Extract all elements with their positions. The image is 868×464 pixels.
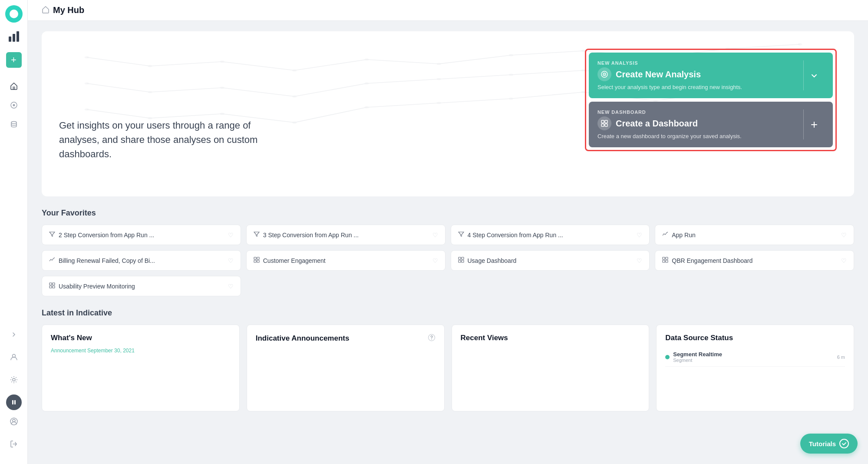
list-item[interactable]: QBR Engagement Dashboard ♡ <box>655 250 854 271</box>
heart-icon[interactable]: ♡ <box>228 257 234 264</box>
svg-rect-0 <box>9 36 11 42</box>
svg-point-12 <box>13 419 15 422</box>
svg-rect-55 <box>254 260 256 262</box>
create-analysis-card[interactable]: NEW ANALYSIS Create New Analysis <box>589 53 833 98</box>
create-analysis-title-row: Create New Analysis <box>597 67 742 81</box>
funnel-icon <box>458 231 464 239</box>
trend-icon <box>49 257 55 264</box>
list-item[interactable]: 4 Step Conversion from App Run ... ♡ <box>451 225 650 245</box>
svg-rect-1 <box>13 34 15 42</box>
svg-rect-53 <box>254 257 256 259</box>
svg-rect-59 <box>459 260 461 262</box>
svg-rect-9 <box>12 400 13 404</box>
sidebar-item-logout[interactable] <box>6 436 22 452</box>
svg-rect-50 <box>605 120 607 123</box>
sidebar-item-profile[interactable] <box>6 414 22 429</box>
svg-rect-49 <box>601 120 604 123</box>
hero-section: Get insights on your users through a ran… <box>42 31 854 196</box>
svg-rect-10 <box>14 400 16 404</box>
page-title: My Hub <box>53 5 84 15</box>
announcements-title: Indicative Announcements <box>256 334 350 343</box>
main-content: My Hub Ge <box>28 0 868 464</box>
svg-rect-68 <box>53 286 55 288</box>
hero-description: Get insights on your users through a ran… <box>59 49 285 161</box>
page-header: My Hub <box>28 0 868 21</box>
data-source-status-card: Data Source Status Segment Realtime Segm… <box>656 325 854 411</box>
sidebar-item-explore[interactable] <box>6 97 22 113</box>
list-item[interactable]: Customer Engagement ♡ <box>246 250 446 271</box>
create-analysis-left: NEW ANALYSIS Create New Analysis <box>597 60 742 90</box>
sidebar-pause-button[interactable] <box>6 394 22 410</box>
heart-icon[interactable]: ♡ <box>228 232 234 239</box>
svg-rect-56 <box>257 260 259 262</box>
whats-new-title: What's New <box>51 334 231 342</box>
funnel-icon <box>49 231 55 239</box>
list-item[interactable]: 2 Step Conversion from App Run ... ♡ <box>42 225 241 245</box>
sidebar-item-settings[interactable] <box>6 372 22 388</box>
svg-rect-3 <box>13 86 15 89</box>
dashboard-icon <box>254 257 260 264</box>
action-cards-highlight: NEW ANALYSIS Create New Analysis <box>585 49 837 151</box>
svg-rect-60 <box>462 260 464 262</box>
list-item[interactable]: Usage Dashboard ♡ <box>451 250 650 271</box>
create-dashboard-card[interactable]: NEW DASHBOARD Create a Dashboard <box>589 102 833 147</box>
svg-rect-51 <box>601 124 604 126</box>
heart-icon[interactable]: ♡ <box>637 232 642 239</box>
favorites-section: Your Favorites 2 Step Conversion from Ap… <box>42 209 854 296</box>
announcements-header: Indicative Announcements <box>256 334 436 343</box>
brand-icon <box>7 30 21 43</box>
create-dashboard-add-button[interactable] <box>803 109 824 139</box>
help-icon[interactable] <box>428 334 436 343</box>
sidebar-item-home[interactable] <box>6 78 22 94</box>
heart-icon[interactable]: ♡ <box>432 257 438 264</box>
list-item[interactable]: 3 Step Conversion from App Run ... ♡ <box>246 225 446 245</box>
heart-icon[interactable]: ♡ <box>841 257 847 264</box>
svg-point-8 <box>13 378 15 381</box>
tutorials-button[interactable]: Tutorials <box>800 434 858 454</box>
data-source-title: Data Source Status <box>665 334 845 342</box>
tutorials-check-icon <box>839 439 849 448</box>
data-source-name: Segment Realtime <box>673 351 833 358</box>
add-new-button[interactable]: + <box>6 52 22 68</box>
sidebar-item-database[interactable] <box>6 116 22 132</box>
svg-rect-62 <box>666 257 668 259</box>
svg-rect-61 <box>663 257 665 259</box>
create-dashboard-title-row: Create a Dashboard <box>597 116 742 130</box>
svg-point-48 <box>604 74 605 75</box>
create-dashboard-left: NEW DASHBOARD Create a Dashboard <box>597 109 742 139</box>
heart-icon[interactable]: ♡ <box>432 232 438 239</box>
favorites-title: Your Favorites <box>42 209 854 218</box>
logo-inner-circle <box>10 10 18 18</box>
page-content: Get insights on your users through a ran… <box>28 21 868 464</box>
list-item[interactable]: Usability Preview Monitoring ♡ <box>42 276 241 296</box>
list-item[interactable]: Billing Renewal Failed, Copy of Bi... ♡ <box>42 250 241 271</box>
svg-rect-52 <box>605 124 607 126</box>
list-item[interactable]: App Run ♡ <box>655 225 854 245</box>
dashboard-icon <box>597 116 611 130</box>
svg-point-5 <box>13 104 15 106</box>
funnel-icon <box>254 231 260 239</box>
svg-rect-65 <box>50 283 52 285</box>
heart-icon[interactable]: ♡ <box>637 257 642 264</box>
heart-icon[interactable]: ♡ <box>228 283 234 290</box>
trend-icon <box>662 231 668 239</box>
heart-icon[interactable]: ♡ <box>841 232 847 239</box>
recent-views-card: Recent Views <box>452 325 650 411</box>
svg-rect-58 <box>462 257 464 259</box>
recent-views-title: Recent Views <box>461 334 640 342</box>
create-analysis-expand-button[interactable] <box>803 60 824 90</box>
announcement-label: Announcement September 30, 2021 <box>51 348 231 354</box>
dashboard-icon <box>458 257 464 264</box>
sidebar-item-collapse[interactable] <box>6 327 22 342</box>
latest-title: Latest in Indicative <box>42 308 854 318</box>
data-source-time: 6 m <box>837 355 845 360</box>
data-source-type: Segment <box>673 358 833 363</box>
dashboard-icon <box>49 282 55 290</box>
whats-new-card: What's New Announcement September 30, 20… <box>42 325 240 411</box>
svg-rect-66 <box>53 283 55 285</box>
sidebar-item-users[interactable] <box>6 349 22 365</box>
latest-grid: What's New Announcement September 30, 20… <box>42 325 854 411</box>
sidebar-logo <box>5 5 23 23</box>
svg-rect-63 <box>663 260 665 262</box>
svg-point-70 <box>431 339 432 340</box>
